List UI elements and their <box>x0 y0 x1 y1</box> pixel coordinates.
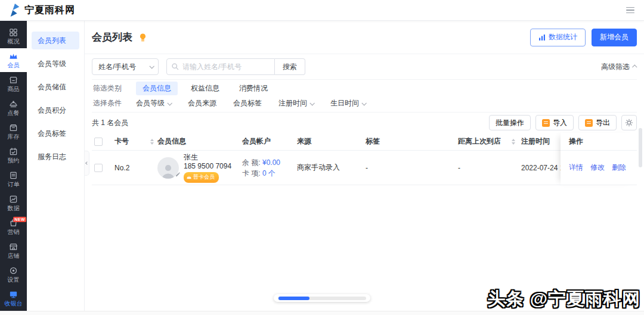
cell-card-no: No.2 <box>114 164 129 172</box>
chevron-down-icon <box>167 101 172 105</box>
data-stats-button[interactable]: 数据统计 <box>530 29 586 46</box>
bar-chart-icon <box>538 34 546 41</box>
filter-category-member-info[interactable]: 会员信息 <box>136 82 178 95</box>
chevron-down-icon <box>149 64 154 68</box>
member-level-badge: 普卡会员 <box>184 172 219 183</box>
sidebar-item-goods[interactable]: 商品 <box>0 72 27 96</box>
column-settings-button[interactable] <box>621 115 637 130</box>
sidebar-item-members[interactable]: 会员 <box>0 48 27 72</box>
bottom-strip <box>0 311 644 315</box>
table-row: No.2 <box>92 151 637 185</box>
gear-icon <box>625 118 633 127</box>
scrollbar-track[interactable] <box>278 297 366 300</box>
cell-last-visit: - <box>458 164 521 172</box>
balance-line: 余 额: ¥0.00 <box>242 157 297 168</box>
header-member-info: 会员信息 <box>157 136 242 146</box>
chevron-down-icon <box>309 101 314 105</box>
sidebar-item-settings[interactable]: 设置 <box>0 263 27 286</box>
search-input[interactable] <box>166 58 275 75</box>
search-button[interactable]: 搜索 <box>275 58 305 75</box>
search-icon <box>171 63 179 72</box>
cashier-monitor-icon <box>9 290 18 299</box>
filter-category-rights-info[interactable]: 权益信息 <box>184 82 226 95</box>
condition-member-source[interactable]: 会员来源 <box>188 98 216 108</box>
sidebar-item-data[interactable]: 数据 <box>0 191 27 215</box>
logo-ribbon-icon <box>8 3 21 17</box>
vertical-scrollbar-thumb[interactable] <box>639 128 642 167</box>
export-button[interactable]: 导出 <box>578 115 617 130</box>
member-table: 卡号 会员信息 会员帐户 来源 标签 距离上次到店 注册时间 No.2 <box>92 133 637 185</box>
sidebar-item-inventory[interactable]: 库存 <box>0 120 27 144</box>
horizontal-scrollbar <box>274 294 370 302</box>
filter-category-label: 筛选类别 <box>92 83 136 93</box>
submenu-member-tags[interactable]: 会员标签 <box>32 124 79 142</box>
sidebar-item-orders[interactable]: 订单 <box>0 167 27 191</box>
edit-avatar-icon[interactable] <box>175 170 181 179</box>
page-title: 会员列表 <box>92 30 132 44</box>
header-last-visit: 距离上次到店 <box>458 136 501 146</box>
goods-icon <box>9 76 18 85</box>
inventory-box-icon <box>9 123 18 132</box>
row-checkbox[interactable] <box>94 164 103 172</box>
cell-tags: - <box>366 164 458 172</box>
crown-icon <box>187 175 191 179</box>
store-icon <box>9 242 18 251</box>
chevron-up-icon <box>632 64 637 69</box>
table-header-row: 卡号 会员信息 会员帐户 来源 标签 距离上次到店 注册时间 <box>92 133 637 151</box>
sidebar-item-marketing[interactable]: NEW 营销 <box>0 215 27 239</box>
watermark-text: 头条 @宁夏雨科网 <box>487 287 640 311</box>
sidebar-item-overview[interactable]: 概况 <box>0 24 27 48</box>
detail-link[interactable]: 详情 <box>569 163 583 173</box>
filter-condition-label: 选择条件 <box>92 98 136 108</box>
page-title-row: 会员列表 数据统计 新增会员 <box>85 21 644 54</box>
sidebar-item-cashier[interactable]: 收银台 <box>0 286 27 310</box>
sidebar-collapse-handle[interactable] <box>85 151 89 176</box>
top-header: 宁夏雨科网 <box>0 0 644 21</box>
bulb-icon[interactable] <box>138 33 147 42</box>
member-phone: 185 9500 7094 <box>184 162 231 171</box>
chevron-down-icon <box>361 101 366 105</box>
submenu-member-list[interactable]: 会员列表 <box>32 32 79 49</box>
condition-member-level[interactable]: 会员等级 <box>136 98 171 108</box>
header-member-account: 会员帐户 <box>242 136 297 146</box>
header-source: 来源 <box>297 136 366 146</box>
dashboard-icon <box>9 28 18 37</box>
menu-toggle-icon[interactable] <box>625 5 636 16</box>
add-member-button[interactable]: 新增会员 <box>592 29 637 46</box>
fixed-actions-column: 操作 详情 修改 删除 <box>561 133 637 185</box>
edit-link[interactable]: 修改 <box>590 163 605 173</box>
condition-birthday-time[interactable]: 生日时间 <box>330 98 366 108</box>
search-field-select[interactable]: 姓名/手机号 <box>92 58 159 75</box>
submenu-service-log[interactable]: 服务日志 <box>32 148 79 166</box>
sort-icon[interactable] <box>512 139 515 145</box>
cell-source: 商家手动录入 <box>297 163 366 173</box>
search-row: 姓名/手机号 搜索 高级筛选 <box>85 54 644 79</box>
member-submenu: 会员列表 会员等级 会员储值 会员积分 会员标签 服务日志 <box>27 21 85 311</box>
booking-calendar-icon <box>9 147 18 156</box>
table-toolbar: 共 1 名会员 批量操作 导入 导出 <box>85 113 644 133</box>
header-card-no: 卡号 <box>114 136 129 146</box>
submenu-member-points[interactable]: 会员积分 <box>32 101 79 119</box>
xls-file-icon <box>585 119 593 127</box>
submenu-member-level[interactable]: 会员等级 <box>32 55 79 73</box>
app-logo[interactable]: 宁夏雨科网 <box>8 3 75 17</box>
sidebar-item-store[interactable]: 店铺 <box>0 239 27 263</box>
header-actions: 操作 <box>561 133 637 151</box>
submenu-member-stored-value[interactable]: 会员储值 <box>32 78 79 96</box>
filter-category-consumption[interactable]: 消费情况 <box>233 82 274 95</box>
member-name: 张生 <box>184 153 231 162</box>
condition-member-tag[interactable]: 会员标签 <box>233 98 262 108</box>
sidebar-item-booking[interactable]: 预约 <box>0 144 27 167</box>
select-all-checkbox[interactable] <box>94 138 103 146</box>
advanced-filter-toggle[interactable]: 高级筛选 <box>601 62 637 72</box>
sort-icon[interactable] <box>150 139 154 145</box>
member-crown-icon <box>9 52 18 61</box>
data-chart-icon <box>9 195 18 204</box>
delete-link[interactable]: 删除 <box>612 163 626 173</box>
scrollbar-thumb[interactable] <box>278 297 309 300</box>
condition-register-time[interactable]: 注册时间 <box>278 98 314 108</box>
batch-actions-button[interactable]: 批量操作 <box>489 115 531 130</box>
sidebar-item-dining[interactable]: 点餐 <box>0 96 27 120</box>
card-items-line: 卡 项: 0 个 <box>242 168 297 179</box>
import-button[interactable]: 导入 <box>535 115 574 130</box>
